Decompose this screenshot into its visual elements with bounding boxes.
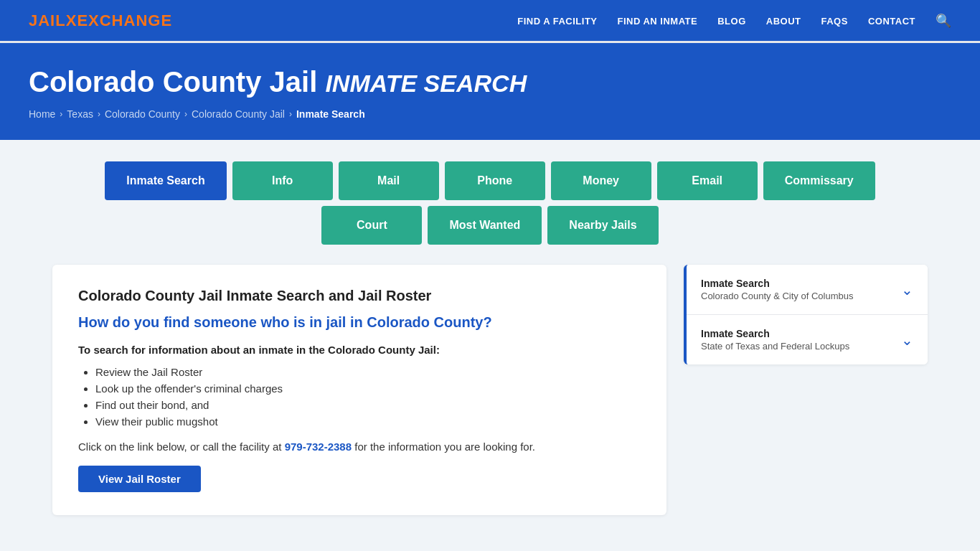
- logo-exchange: EXCHANGE: [77, 11, 172, 29]
- tab-money[interactable]: Money: [551, 161, 651, 200]
- breadcrumb-home[interactable]: Home: [29, 108, 55, 120]
- sidebar-item-texas-sub: State of Texas and Federal Lockups: [701, 341, 849, 352]
- sidebar-chevron-colorado: ⌄: [901, 281, 913, 298]
- cta-text: Click on the link below, or call the fac…: [78, 441, 641, 453]
- phone-link[interactable]: 979-732-2388: [285, 441, 352, 453]
- sidebar-item-colorado-sub: Colorado County & City of Columbus: [701, 291, 853, 301]
- hero-banner: Colorado County Jail INMATE SEARCH Home …: [0, 43, 980, 140]
- tab-phone[interactable]: Phone: [445, 161, 545, 200]
- breadcrumb-colorado-county[interactable]: Colorado County: [105, 108, 180, 120]
- logo-jail: JAIL: [29, 11, 66, 29]
- breadcrumb-colorado-county-jail[interactable]: Colorado County Jail: [192, 108, 285, 120]
- nav-faqs[interactable]: FAQs: [821, 14, 848, 27]
- bullet-item-2: Look up the offender's criminal charges: [95, 382, 641, 395]
- site-logo[interactable]: JAILXEXCHANGE: [29, 11, 172, 30]
- content-heading: Colorado County Jail Inmate Search and J…: [78, 288, 641, 304]
- sidebar-item-texas-title: Inmate Search: [701, 328, 849, 339]
- bullet-list: Review the Jail Roster Look up the offen…: [78, 366, 641, 428]
- bullet-item-1: Review the Jail Roster: [95, 366, 641, 378]
- tab-inmate-search[interactable]: Inmate Search: [105, 161, 226, 200]
- sidebar-item-texas[interactable]: Inmate Search State of Texas and Federal…: [687, 315, 928, 364]
- nav-blog[interactable]: BLOG: [717, 14, 746, 27]
- tab-info[interactable]: Info: [232, 161, 333, 200]
- nav-about[interactable]: ABOUT: [766, 14, 801, 27]
- content-question: How do you find someone who is in jail i…: [78, 314, 641, 331]
- sidebar-item-colorado-title: Inmate Search: [701, 278, 853, 289]
- breadcrumb-current: Inmate Search: [296, 108, 365, 120]
- nav-contact[interactable]: CONTACT: [868, 14, 915, 27]
- breadcrumb-chevron-1: ›: [60, 109, 62, 119]
- nav-find-inmate[interactable]: FIND AN INMATE: [618, 14, 698, 27]
- nav-find-facility[interactable]: FIND A FACILITY: [517, 14, 597, 27]
- content-wrapper: Inmate Search Info Mail Phone Money Emai…: [24, 140, 956, 537]
- logo-x: X: [66, 11, 77, 29]
- main-layout: Colorado County Jail Inmate Search and J…: [52, 265, 928, 515]
- bullet-item-3: Find out their bond, and: [95, 399, 641, 411]
- right-sidebar: Inmate Search Colorado County & City of …: [684, 265, 928, 364]
- tabs-container: Inmate Search Info Mail Phone Money Emai…: [52, 161, 928, 245]
- breadcrumb-texas[interactable]: Texas: [67, 108, 93, 120]
- tab-court[interactable]: Court: [321, 206, 422, 245]
- tab-most-wanted[interactable]: Most Wanted: [428, 206, 542, 245]
- page-title: Colorado County Jail INMATE SEARCH: [29, 66, 951, 98]
- tab-commissary[interactable]: Commissary: [763, 161, 875, 200]
- tab-email[interactable]: Email: [657, 161, 758, 200]
- tabs-row-2: Court Most Wanted Nearby Jails: [321, 206, 658, 245]
- sidebar-chevron-texas: ⌄: [901, 331, 913, 349]
- tab-nearby-jails[interactable]: Nearby Jails: [547, 206, 658, 245]
- breadcrumb: Home › Texas › Colorado County › Colorad…: [29, 108, 951, 120]
- tab-mail[interactable]: Mail: [339, 161, 439, 200]
- content-intro: To search for information about an inmat…: [78, 344, 641, 356]
- bullet-item-4: View their public mugshot: [95, 415, 641, 428]
- tabs-row-1: Inmate Search Info Mail Phone Money Emai…: [105, 161, 875, 200]
- breadcrumb-chevron-3: ›: [184, 109, 187, 119]
- breadcrumb-chevron-4: ›: [289, 109, 292, 119]
- breadcrumb-chevron-2: ›: [98, 109, 100, 119]
- navbar: JAILXEXCHANGE FIND A FACILITY FIND AN IN…: [0, 0, 980, 43]
- left-content-card: Colorado County Jail Inmate Search and J…: [52, 265, 666, 515]
- nav-search-icon[interactable]: 🔍: [936, 13, 951, 29]
- view-roster-button[interactable]: View Jail Roster: [78, 466, 201, 492]
- nav-links: FIND A FACILITY FIND AN INMATE BLOG ABOU…: [517, 13, 951, 29]
- sidebar-item-colorado[interactable]: Inmate Search Colorado County & City of …: [687, 265, 928, 315]
